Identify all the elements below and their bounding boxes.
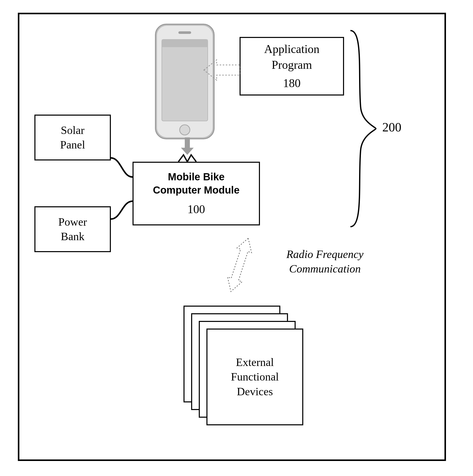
connector-power-to-module [111, 199, 141, 224]
external-devices-label: External Functional Devices [231, 355, 279, 399]
phone-icon [153, 22, 217, 141]
arrow-phone-to-module [178, 138, 196, 163]
application-program-box: Application Program 180 [240, 37, 344, 96]
svg-rect-7 [185, 138, 190, 148]
svg-rect-2 [178, 31, 191, 34]
svg-rect-4 [162, 39, 208, 47]
svg-marker-8 [181, 148, 194, 155]
svg-point-5 [180, 125, 190, 135]
rf-comm-label: Radio Frequency Communication [268, 247, 382, 276]
power-bank-box: Power Bank [34, 206, 111, 252]
mobile-module-ref: 100 [188, 202, 205, 217]
power-bank-label: Power Bank [58, 215, 87, 244]
connector-solar-to-module [111, 153, 141, 183]
mobile-module-title: Mobile Bike Computer Module [153, 170, 240, 197]
svg-marker-6 [204, 60, 240, 80]
arrow-app-to-phone [201, 59, 247, 81]
application-program-label: Application Program [264, 41, 319, 73]
brace-200 [348, 31, 378, 227]
application-program-ref: 180 [283, 75, 301, 91]
external-devices-stack: External Functional Devices [183, 306, 303, 425]
arrow-rf-comm [222, 237, 257, 293]
solar-panel-label: Solar Panel [60, 123, 85, 152]
mobile-module-box: Mobile Bike Computer Module 100 [133, 162, 260, 225]
group-ref-200: 200 [382, 120, 401, 134]
svg-marker-9 [224, 236, 255, 294]
svg-rect-3 [162, 39, 208, 121]
solar-panel-box: Solar Panel [34, 115, 111, 160]
external-devices-front: External Functional Devices [206, 329, 303, 425]
